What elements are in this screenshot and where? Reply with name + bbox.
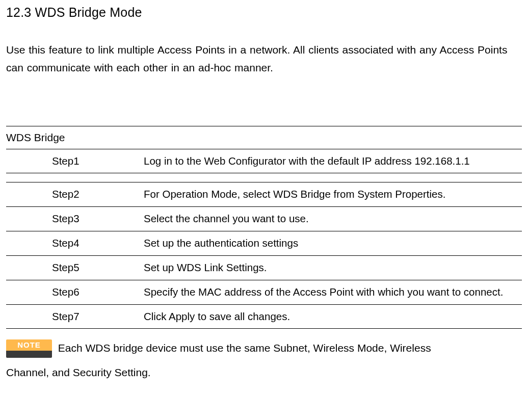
spacer-row [6,173,522,182]
step-label: Step4 [52,231,144,256]
step-label: Step3 [52,207,144,231]
table-header-row: WDS Bridge [6,126,522,149]
note-badge-text: NOTE [6,339,52,351]
table-row: Step6 Specify the MAC address of the Acc… [6,280,522,304]
step-indent [6,207,52,231]
step-desc: Click Apply to save all changes. [144,304,522,329]
note-section: NOTE Each WDS bridge device must use the… [6,336,522,384]
step-desc: Select the channel you want to use. [144,207,522,231]
table-row: Step7 Click Apply to save all changes. [6,304,522,329]
table-row: Step5 Set up WDS Link Settings. [6,255,522,280]
step-desc: For Operation Mode, select WDS Bridge fr… [144,182,522,207]
section-heading: 12.3 WDS Bridge Mode [6,3,522,22]
intro-paragraph: Use this feature to link multiple Access… [6,41,522,77]
step-indent [6,280,52,304]
table-header: WDS Bridge [6,126,522,149]
step-label: Step6 [52,280,144,304]
step-indent [6,304,52,329]
table-row: Step1 Log in to the Web Configurator wit… [6,149,522,173]
step-desc: Specify the MAC address of the Access Po… [144,280,522,304]
step-label: Step2 [52,182,144,207]
note-text-line2: Channel, and Security Setting. [6,366,151,378]
note-icon: NOTE [6,339,52,358]
table-row: Step2 For Operation Mode, select WDS Bri… [6,182,522,207]
step-indent [6,231,52,256]
step-label: Step7 [52,304,144,329]
step-label: Step1 [52,149,144,173]
table-row: Step3 Select the channel you want to use… [6,207,522,231]
table-row: Step4 Set up the authentication settings [6,231,522,256]
step-desc: Set up the authentication settings [144,231,522,256]
step-desc: Log in to the Web Configurator with the … [144,149,522,173]
note-text-line1: Each WDS bridge device must use the same… [58,343,431,354]
step-desc: Set up WDS Link Settings. [144,255,522,280]
step-indent [6,255,52,280]
step-indent [6,149,52,173]
wds-steps-table: WDS Bridge Step1 Log in to the Web Confi… [6,126,522,329]
step-indent [6,182,52,207]
step-label: Step5 [52,255,144,280]
